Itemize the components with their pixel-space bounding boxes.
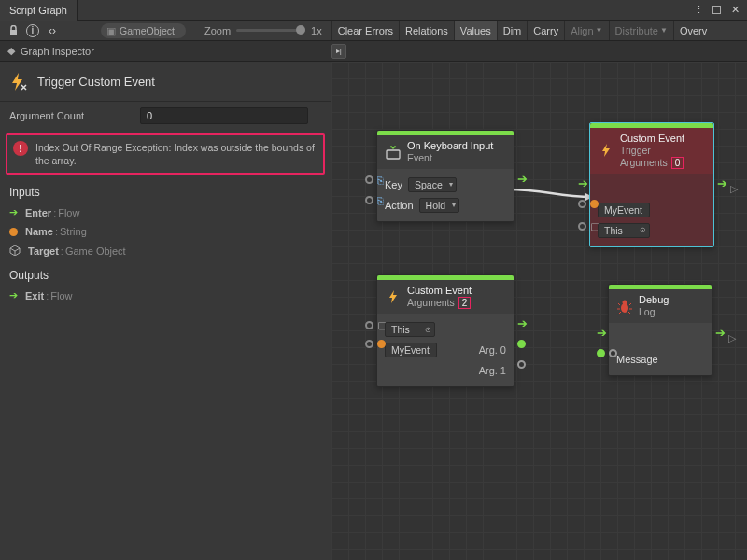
- flow-out-port[interactable]: ➔: [717, 179, 726, 188]
- target-field[interactable]: ▣ GameObject: [101, 23, 186, 38]
- graph-inspector-label: Graph Inspector: [21, 46, 94, 57]
- flow-out-port[interactable]: ➔: [715, 329, 724, 337]
- close-icon[interactable]: ✕: [728, 4, 741, 16]
- info-icon[interactable]: i: [26, 24, 39, 37]
- flow-out-port[interactable]: ➔: [517, 175, 526, 183]
- string-icon: [9, 228, 18, 236]
- data-out-port[interactable]: [517, 360, 526, 369]
- inputs-heading: Inputs: [0, 178, 331, 203]
- link-icon: ⎘: [377, 175, 384, 186]
- keyboard-icon: [385, 144, 402, 161]
- node-keyboard-input[interactable]: On Keyboard InputEvent ⎘ Key Space ➔ ⎘ A…: [376, 130, 514, 222]
- window-tab[interactable]: Script Graph: [0, 0, 78, 21]
- relations-button[interactable]: Relations: [399, 21, 454, 40]
- distribute-button[interactable]: Distribute▼: [609, 21, 673, 40]
- flow-in-port[interactable]: ➔: [597, 329, 605, 337]
- node-title: Trigger Custom Event: [37, 75, 155, 89]
- flow-icon: ➔: [9, 206, 18, 218]
- titlebar: Script Graph ⋮ ✕: [0, 0, 747, 21]
- lock-icon[interactable]: [2, 21, 24, 40]
- link-icon: ⎘: [377, 195, 384, 206]
- align-button[interactable]: Align▼: [564, 21, 608, 40]
- svg-rect-3: [387, 150, 400, 159]
- node-debug-log[interactable]: DebugLog ➔ ➔ ▷ Message: [608, 284, 712, 376]
- overview-button[interactable]: Overv: [673, 21, 712, 40]
- data-in-port[interactable]: [597, 349, 605, 357]
- bolt-icon: [7, 71, 28, 91]
- collapse-icon[interactable]: ▸|: [331, 44, 346, 59]
- event-name-input[interactable]: MyEvent: [385, 343, 437, 357]
- menu-icon[interactable]: ⋮: [692, 4, 705, 16]
- zoom-control[interactable]: Zoom 1x: [204, 25, 322, 36]
- key-dropdown[interactable]: Space: [408, 177, 457, 192]
- bolt-icon: [385, 288, 402, 305]
- output-row: ➔ Exit:Flow: [0, 286, 331, 305]
- main-toolbar: i ‹› ▣ GameObject Zoom 1x Clear Errors R…: [0, 21, 747, 41]
- play-icon: ▷: [728, 332, 736, 344]
- error-box: ! Index Out Of Range Exception: Index wa…: [6, 133, 325, 175]
- input-row: Target:Game Object: [0, 241, 331, 261]
- inspector-panel: Trigger Custom Event Argument Count ! In…: [0, 62, 331, 560]
- bolt-icon: [598, 142, 614, 159]
- error-icon: !: [13, 141, 28, 156]
- maximize-icon[interactable]: [712, 6, 721, 14]
- input-row: ➔ Enter:Flow: [0, 203, 331, 222]
- cube-icon: ▣: [106, 25, 116, 36]
- dim-button[interactable]: Dim: [497, 21, 528, 40]
- flow-icon: ➔: [9, 289, 18, 301]
- event-name-input[interactable]: MyEvent: [598, 203, 650, 217]
- action-dropdown[interactable]: Hold: [419, 198, 460, 213]
- diamond-icon: ◆: [7, 45, 15, 57]
- data-out-port[interactable]: [517, 340, 526, 348]
- flow-in-port[interactable]: ➔: [578, 179, 586, 188]
- clear-errors-button[interactable]: Clear Errors: [331, 21, 399, 40]
- zoom-slider[interactable]: [236, 29, 305, 32]
- target-dropdown[interactable]: This: [598, 223, 650, 238]
- node-custom-event[interactable]: Custom Event Arguments2 ▢ This ➔ MyEvent…: [376, 274, 514, 387]
- node-trigger-custom-event[interactable]: Custom Event Trigger Arguments0 ➔ ➔ ▷ My…: [589, 122, 714, 247]
- carry-button[interactable]: Carry: [527, 21, 564, 40]
- inspector-toolbar: ◆ Graph Inspector ▸|: [0, 41, 747, 62]
- outputs-heading: Outputs: [0, 261, 331, 286]
- target-dropdown[interactable]: This: [385, 322, 435, 337]
- arg-count-label: Argument Count: [9, 110, 131, 121]
- code-icon[interactable]: ‹›: [41, 21, 63, 40]
- graph-canvas[interactable]: On Keyboard InputEvent ⎘ Key Space ➔ ⎘ A…: [331, 62, 747, 560]
- flow-out-port[interactable]: ➔: [517, 319, 526, 328]
- arg-count-input[interactable]: [140, 107, 308, 124]
- input-row: Name:String: [0, 222, 331, 241]
- values-button[interactable]: Values: [454, 21, 497, 40]
- bug-icon: [616, 298, 633, 315]
- svg-point-5: [623, 300, 627, 304]
- object-icon: [9, 245, 21, 258]
- svg-rect-0: [10, 30, 17, 35]
- play-icon: ▷: [730, 183, 738, 195]
